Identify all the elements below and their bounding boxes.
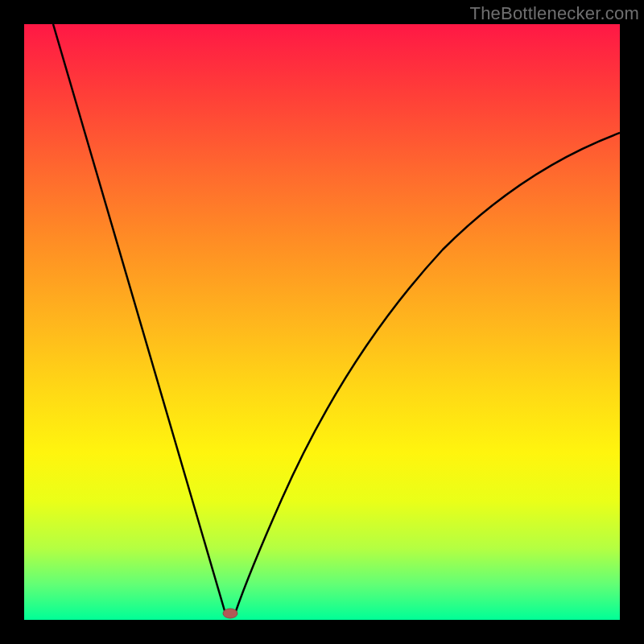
chart-plot-area: [24, 24, 620, 620]
watermark-text: TheBottlenecker.com: [470, 3, 639, 24]
